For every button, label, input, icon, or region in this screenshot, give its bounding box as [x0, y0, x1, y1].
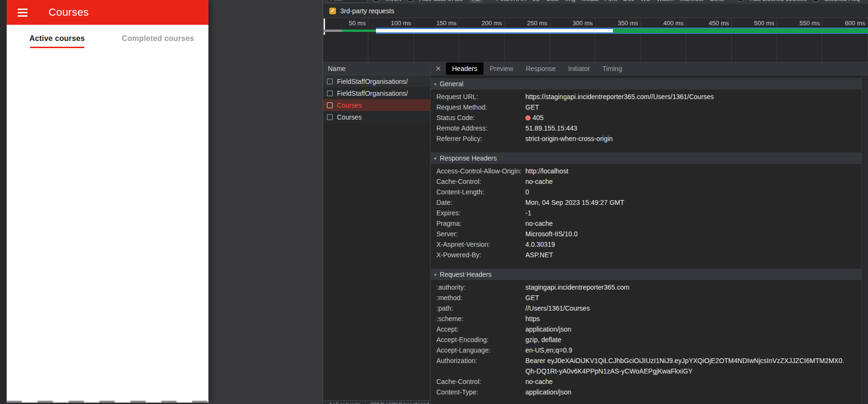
- header-row: Date:Mon, 04 Sep 2023 15:49:27 GMT: [431, 197, 861, 208]
- has-blocked-cookies-checkbox[interactable]: [738, 0, 743, 2]
- section-title: General: [440, 80, 464, 88]
- app-bottom-edge: [7, 401, 208, 403]
- request-row-selected[interactable]: Courses: [323, 99, 430, 111]
- filter-type-ws[interactable]: WS: [640, 0, 650, 2]
- header-row: X-Powered-By:ASP.NET: [431, 250, 861, 260]
- tab-initiator[interactable]: Initiator: [562, 62, 596, 75]
- header-row: :scheme:https: [431, 313, 861, 324]
- filter-all-button[interactable]: All: [469, 0, 483, 3]
- header-value: http://localhost: [525, 166, 568, 176]
- header-value: gzip, deflate: [525, 334, 562, 345]
- filter-type-media[interactable]: Media: [582, 0, 598, 2]
- header-value: https: [525, 313, 540, 324]
- header-value: GET: [525, 293, 539, 303]
- screen: Courses Active courses Completed courses…: [0, 0, 868, 404]
- tab-preview[interactable]: Preview: [483, 62, 520, 75]
- filter-type-img[interactable]: Img: [565, 0, 575, 2]
- filter-type-fetch-xhr[interactable]: Fetch/XHR: [496, 0, 527, 2]
- header-row: Pragma:no-cache: [431, 218, 861, 229]
- header-key: Access-Control-Allow-Origin:: [436, 166, 525, 176]
- tab-timing[interactable]: Timing: [596, 62, 629, 75]
- app-tab-bar: Active courses Completed courses: [7, 25, 208, 52]
- header-value: ASP.NET: [525, 250, 553, 260]
- details-scrollbar[interactable]: [861, 75, 868, 404]
- overview-selection-window[interactable]: [376, 28, 613, 34]
- request-row[interactable]: Courses: [323, 111, 430, 123]
- network-timeline[interactable]: 50 ms 100 ms 150 ms 200 ms 250 ms 300 ms…: [323, 18, 868, 62]
- request-checkbox[interactable]: [327, 79, 333, 84]
- tab-completed-courses-label: Completed courses: [122, 34, 194, 43]
- filter-type-css[interactable]: CSS: [546, 0, 559, 2]
- third-party-checkbox[interactable]: ✓: [329, 8, 336, 14]
- header-value: strict-origin-when-cross-origin: [525, 133, 613, 144]
- request-checkbox[interactable]: [327, 102, 333, 108]
- header-key: Accept-Language:: [436, 345, 525, 355]
- header-row: :method:GET: [431, 293, 861, 303]
- header-value: no-cache: [525, 218, 553, 229]
- tick-label: 250 ms: [527, 20, 547, 27]
- tab-active-courses[interactable]: Active courses: [7, 25, 108, 52]
- request-name: FieldStaffOrganisations/: [337, 78, 408, 85]
- app-header: Courses: [7, 0, 208, 25]
- header-key: :method:: [436, 293, 525, 303]
- header-value: https://stagingapi.incidentreporter365.c…: [525, 91, 714, 102]
- name-column-label: Name: [328, 65, 345, 72]
- header-row: Accept:application/json: [431, 324, 861, 334]
- header-key: Date:: [436, 197, 525, 208]
- header-value: -1: [525, 208, 531, 218]
- filter-type-js[interactable]: JS: [533, 0, 540, 2]
- close-icon[interactable]: ✕: [431, 62, 446, 75]
- invert-checkbox[interactable]: [374, 0, 379, 2]
- tab-headers[interactable]: Headers: [446, 62, 483, 75]
- filter-type-manifest[interactable]: Manifest: [680, 0, 703, 2]
- active-tab-indicator: [30, 47, 84, 49]
- header-key: :path:: [436, 303, 525, 313]
- menu-icon[interactable]: [18, 9, 28, 17]
- divider: [490, 0, 490, 2]
- header-value: application/json: [525, 387, 572, 397]
- section-response-headers-header[interactable]: ▾ Response Headers: [431, 152, 861, 164]
- request-checkbox[interactable]: [327, 114, 333, 120]
- header-value: stagingapi.incidentreporter365.com: [525, 282, 630, 293]
- header-key: Expires:: [436, 208, 525, 218]
- header-value: Mon, 04 Sep 2023 15:49:27 GMT: [525, 197, 624, 208]
- courses-app-window: Courses Active courses Completed courses: [7, 0, 208, 403]
- timeline-overview-band: [323, 28, 868, 34]
- header-key: Request Method:: [436, 102, 525, 112]
- section-title: Request Headers: [440, 271, 492, 278]
- header-key: Content-Type:: [436, 387, 525, 397]
- section-general-header[interactable]: ▾ General: [431, 78, 861, 90]
- filter-type-font[interactable]: Font: [604, 0, 617, 2]
- filter-input[interactable]: Filter: [327, 0, 367, 3]
- header-key: Accept:: [436, 324, 525, 334]
- request-row[interactable]: FieldStaffOrganisations/: [323, 75, 430, 87]
- filter-type-wasm[interactable]: Wasm: [656, 0, 673, 2]
- tab-response[interactable]: Response: [520, 62, 562, 75]
- section-title: Response Headers: [440, 154, 497, 162]
- header-key: Accept-Encoding:: [436, 334, 525, 345]
- tick-label: 600 ms: [845, 20, 865, 27]
- tab-completed-courses[interactable]: Completed courses: [108, 25, 208, 52]
- filter-type-doc[interactable]: Doc: [623, 0, 634, 2]
- timeline-ticks: 50 ms 100 ms 150 ms 200 ms 250 ms 300 ms…: [323, 18, 868, 28]
- request-checkbox[interactable]: [327, 91, 333, 96]
- header-row: Cache-Control:no-cache: [431, 376, 861, 387]
- request-table: Name FieldStaffOrganisations/ FieldStaff…: [323, 62, 430, 404]
- header-row: :authority:stagingapi.incidentreporter36…: [431, 282, 861, 293]
- header-key: Remote Address:: [436, 123, 525, 133]
- divider: [365, 402, 366, 404]
- left-edge-strip: [0, 0, 7, 404]
- header-key: Pragma:: [436, 218, 525, 229]
- section-request-headers-header[interactable]: ▾ Request Headers: [431, 269, 861, 280]
- header-key: Authorization:: [436, 355, 525, 376]
- filter-type-other[interactable]: Other: [710, 0, 725, 2]
- name-column-header[interactable]: Name: [323, 62, 430, 75]
- blocked-requests-checkbox[interactable]: [813, 0, 819, 2]
- header-row: Accept-Language:en-US,en;q=0.9: [431, 345, 861, 355]
- request-row[interactable]: FieldStaffOrganisations/: [323, 87, 430, 99]
- hide-data-urls-checkbox[interactable]: [407, 0, 413, 2]
- header-key: X-Powered-By:: [436, 250, 525, 260]
- network-filter-bar: Filter Invert Hide data URLs All Fetch/X…: [323, 0, 868, 4]
- request-details-panel: ✕ Headers Preview Response Initiator Tim…: [431, 62, 868, 404]
- header-key: Status Code:: [436, 112, 525, 123]
